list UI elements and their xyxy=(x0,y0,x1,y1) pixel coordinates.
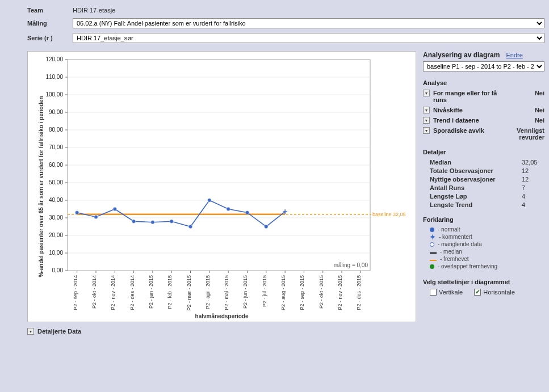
analyse-value: Nei xyxy=(513,90,544,96)
legend-text: - fremhevet xyxy=(440,256,469,262)
svg-text:P2 - apr - 2015: P2 - apr - 2015 xyxy=(205,275,211,309)
svg-text:40,00: 40,00 xyxy=(49,197,63,203)
svg-text:30,00: 30,00 xyxy=(49,214,63,221)
svg-point-75 xyxy=(75,211,78,214)
baseline-select[interactable]: baseline P1 - sep - 2014 to P2 - feb - 2… xyxy=(423,61,544,71)
legend-kommentert-icon: ✦ xyxy=(430,234,435,240)
svg-text:100,00: 100,00 xyxy=(45,91,63,98)
detail-label: Totale Observasjoner xyxy=(430,167,522,174)
checkbox-checked-icon: ✔ xyxy=(474,289,481,296)
legend-normalt-icon xyxy=(430,227,434,232)
legend-head: Forklaring xyxy=(423,216,544,223)
svg-text:P2 - mai - 2015: P2 - mai - 2015 xyxy=(224,275,229,310)
legend-text: - overlappet fremheving xyxy=(438,263,497,269)
detail-value: 12 xyxy=(522,176,544,183)
details-head: Detaljer xyxy=(423,149,544,155)
svg-point-78 xyxy=(132,220,135,223)
analyse-row[interactable]: ▾For mange eller for få runsNei xyxy=(423,90,544,103)
analyse-row[interactable]: ▾Sporadiske avvikVennligst revurder xyxy=(423,127,544,141)
detail-row: Nyttige observasjoner12 xyxy=(430,176,544,183)
svg-text:P2 - des - 2014: P2 - des - 2014 xyxy=(129,275,135,310)
svg-text:20,00: 20,00 xyxy=(49,232,63,238)
legend-item-manglende: - manglende data xyxy=(430,241,544,247)
detail-row: Lengste Løp4 xyxy=(430,193,544,200)
maling-label: Måling xyxy=(27,20,67,27)
x-axis-title: halvmånedsperiode xyxy=(195,313,249,319)
detail-value: 7 xyxy=(522,184,544,191)
svg-point-79 xyxy=(151,221,154,224)
svg-text:60,00: 60,00 xyxy=(49,162,63,168)
maling-row: Måling 06.02.a (NY) Fall: Andel pasiente… xyxy=(5,16,544,31)
svg-point-76 xyxy=(94,215,98,218)
analyse-value: Vennligst revurder xyxy=(513,127,544,141)
legend-median-icon xyxy=(430,252,437,254)
detail-value: 12 xyxy=(522,167,544,174)
analysis-panel: Analysering av diagram Endre baseline P1… xyxy=(421,51,544,322)
vertical-option[interactable]: Vertikale xyxy=(430,289,463,296)
legend-item-median: - median xyxy=(430,248,544,255)
chart-panel: %-andel pasienter over 65 år som er vurd… xyxy=(27,51,416,322)
svg-text:50,00: 50,00 xyxy=(49,179,63,186)
svg-point-81 xyxy=(188,225,192,228)
analyse-row[interactable]: ▾Trend i dataeneNei xyxy=(423,117,544,124)
detail-label: Lengste Trend xyxy=(430,201,522,208)
svg-point-84 xyxy=(245,211,249,214)
detail-row: Antall Runs7 xyxy=(430,184,544,191)
svg-point-85 xyxy=(265,225,268,228)
svg-point-77 xyxy=(113,207,116,210)
svg-text:10,00: 10,00 xyxy=(49,250,63,256)
analyse-value: Nei xyxy=(513,107,544,113)
analyse-label: For mange eller for få runs xyxy=(433,90,509,103)
chevron-down-icon: ▾ xyxy=(423,117,430,124)
serie-label: Serie (r ) xyxy=(27,35,67,41)
serie-row: Serie (r ) HDIR 17_etasje_sør xyxy=(5,31,544,45)
y-axis-title: %-andel pasienter over 65 år som er vurd… xyxy=(38,96,44,277)
chevron-down-icon: ▾ xyxy=(423,127,430,134)
edit-link[interactable]: Endre xyxy=(506,52,522,58)
legend-item-overlappet: - overlappet fremheving xyxy=(430,263,544,269)
analyse-row[interactable]: ▾NivåskifteNei xyxy=(423,107,544,113)
legend-manglende-icon xyxy=(430,242,434,247)
detail-label: Median xyxy=(430,159,522,166)
support-head: Velg støttelinjer i diagrammet xyxy=(423,279,544,285)
svg-point-82 xyxy=(208,199,211,202)
maling-select[interactable]: 06.02.a (NY) Fall: Andel pasienter som e… xyxy=(73,18,544,28)
legend-item-fremhevet: - fremhevet xyxy=(430,256,544,262)
svg-text:70,00: 70,00 xyxy=(49,144,63,150)
svg-text:P2 - mar - 2015: P2 - mar - 2015 xyxy=(186,275,192,311)
svg-text:P2 - feb - 2015: P2 - feb - 2015 xyxy=(167,275,173,309)
svg-text:0,00: 0,00 xyxy=(52,267,64,273)
svg-text:P2 - nov - 2014: P2 - nov - 2014 xyxy=(110,275,116,310)
legend-text: - median xyxy=(440,248,462,255)
svg-point-80 xyxy=(170,220,173,223)
detailed-data-toggle[interactable]: ▾ Detaljerte Data xyxy=(27,328,544,335)
detail-label: Nyttige observasjoner xyxy=(430,176,522,183)
chevron-down-icon: ▾ xyxy=(423,90,430,96)
svg-text:P2 - sep - 2014: P2 - sep - 2014 xyxy=(73,275,78,310)
analysis-title: Analysering av diagram xyxy=(423,51,500,59)
chevron-down-icon: ▾ xyxy=(27,328,34,335)
svg-text:110,00: 110,00 xyxy=(45,74,63,80)
svg-text:måling = 0,00: måling = 0,00 xyxy=(334,262,368,268)
analyse-label: Nivåskifte xyxy=(433,107,509,113)
detail-value: 4 xyxy=(522,201,544,208)
svg-text:90,00: 90,00 xyxy=(49,109,63,115)
svg-text:P2 - jul - 2015: P2 - jul - 2015 xyxy=(262,275,267,307)
serie-select[interactable]: HDIR 17_etasje_sør xyxy=(73,33,544,43)
detail-value: 4 xyxy=(522,193,544,200)
app-root: Team HDIR 17-etasje Måling 06.02.a (NY) … xyxy=(5,5,544,335)
legend-item-normalt: - normalt xyxy=(430,226,544,233)
team-value: HDIR 17-etasje xyxy=(73,7,544,14)
chevron-down-icon: ▾ xyxy=(423,107,430,113)
svg-text:80,00: 80,00 xyxy=(49,127,63,133)
detail-label: Lengste Løp xyxy=(430,193,522,200)
analyse-label: Sporadiske avvik xyxy=(433,127,509,134)
legend-text: - normalt xyxy=(438,226,460,233)
team-label: Team xyxy=(27,7,67,14)
analyse-label: Trend i dataene xyxy=(433,117,509,124)
detail-row: Median32,05 xyxy=(430,159,544,166)
horizontal-option[interactable]: ✔ Horisontale xyxy=(474,289,515,296)
detail-label: Antall Runs xyxy=(430,184,522,191)
svg-text:P2 - sep - 2015: P2 - sep - 2015 xyxy=(299,275,305,310)
svg-text:P2 - okt - 2015: P2 - okt - 2015 xyxy=(318,275,324,309)
